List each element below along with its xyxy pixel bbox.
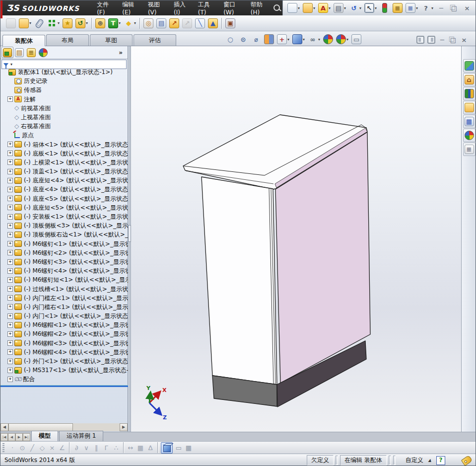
expand-icon[interactable]: + [7,377,13,382]
instant-3d-icon[interactable]: ▣ [224,16,237,30]
tree-item[interactable]: +(-) M6螺帽<2> (默认<<默认>_显示状态 1>) [0,329,128,338]
tree-item[interactable]: +(-) 内门槛右<1> (默认<<默认>_显示状态 1>) [0,303,128,311]
tree-item[interactable]: +(-) 底座<5> (默认<<默认>_显示状态 1>) [0,194,128,203]
magnified-selection-icon[interactable]: ⌀ [250,32,263,46]
command-tab[interactable]: 装配体 [2,35,45,46]
tree-item[interactable]: +(-) 顶板侧板右边<1> (默认<<默认>_显示状态 1>) [0,230,128,239]
help-icon[interactable]: ?▾ [419,1,435,15]
restore-icon[interactable]: □ [448,1,461,15]
insert-components-icon[interactable]: ▾ [17,16,33,30]
tree-item[interactable]: +(-) 底座短<4> (默认<<默认>_显示状态 1>) [0,176,128,185]
shaded-with-edges-icon[interactable] [161,442,173,454]
tree-item[interactable]: +注解 [0,95,128,104]
expand-icon[interactable]: + [7,205,13,210]
command-tab[interactable]: 草图 [90,34,133,46]
tree-item[interactable]: +(-) 内门槛左<1> (默认<<默认>_显示状态 1>) [0,294,128,303]
solidworks-resources-icon[interactable]: ⌂ [463,73,476,86]
expand-icon[interactable]: + [7,223,13,229]
custom-properties-icon[interactable]: ≡ [463,143,476,156]
expand-icon[interactable]: + [7,359,13,364]
tree-item[interactable]: +◇前视基准面 [0,104,128,113]
tree-item[interactable]: +装配体1 (默认<默认_显示状态-1>) [0,68,128,77]
quick-tips-icon[interactable]: ? [436,456,445,465]
scrollbar-thumb[interactable] [8,423,73,431]
bill-of-materials-icon[interactable]: ▤ [155,16,168,30]
tree-item[interactable]: +(-) 过线槽<1> (默认<<默认>_显示状态 1>) [0,285,128,294]
tree-item[interactable]: +(-) 内门<1> (默认<<默认>_显示状态 1>) [0,311,128,320]
tab-next-icon[interactable]: ▶ [15,433,23,441]
tree-item[interactable]: +(-) 上横梁<1> (默认<<默认>_显示状态 1>) [0,158,128,167]
smart-fasteners-icon[interactable]: ★ [61,16,74,30]
display-manager-tab-icon[interactable] [37,47,49,58]
expand-icon[interactable]: + [7,331,13,337]
replace-components-icon[interactable]: ⊕ [94,16,107,30]
zoom-to-area-icon[interactable]: ⊙ [237,32,250,46]
print-icon[interactable]: ▤▾ [332,1,347,15]
interference-detection-icon[interactable]: ╲ [194,16,206,30]
cabinet-front-face[interactable] [202,177,277,385]
tree-horizontal-scrollbar[interactable]: ◀ ▶ [0,423,128,431]
scrollbar-track[interactable] [73,423,120,431]
design-library-icon[interactable] [463,87,476,100]
view-palette-icon[interactable]: ▦ [463,115,476,128]
tree-item[interactable]: +(-) 顶板侧板<3> (默认<<默认>_显示状态 1>) [0,221,128,230]
edit-color-icon[interactable]: ≡ [391,1,404,15]
expand-icon[interactable]: + [7,322,13,328]
filter-dropdown-icon[interactable]: ▾ [10,62,12,67]
tree-item[interactable]: +(-) 顶盖<1> (默认<<默认>_显示状态 1>) [0,167,128,176]
tree-item[interactable]: +(-) M6螺钉<2> (默认<<默认>_显示状态 1>) [0,248,128,257]
new-motion-study-icon[interactable]: ◎ [142,16,155,30]
feature-manager-tab-icon[interactable] [1,47,13,58]
scroll-right-icon[interactable]: ▶ [120,423,128,431]
file-explorer-icon[interactable] [463,101,476,114]
tree-item[interactable]: +(-) 安装板<1> (默认<<默认>_显示状态 1>) [0,212,128,221]
expand-icon[interactable]: + [7,159,13,165]
expand-icon[interactable]: + [7,178,13,183]
configuration-manager-tab-icon[interactable]: ≡ [25,47,37,58]
doc-restore-icon[interactable]: □ [448,33,459,47]
tree-item[interactable]: +原点 [0,131,128,140]
toolbar-grip[interactable] [2,443,4,452]
edit-appearance-icon[interactable] [322,32,335,46]
tree-item[interactable]: +(-) 底座<4> (默认<<默认>_显示状态 1>) [0,185,128,194]
open-icon[interactable]: ▾ [301,1,317,15]
expand-icon[interactable]: + [7,187,13,192]
tab-first-icon[interactable]: |◀ [0,433,8,441]
tree-item[interactable]: +历史记录 [0,77,128,85]
cabinet-model[interactable]: X Y Z [131,46,461,432]
expand-icon[interactable]: + [7,340,13,346]
tree-item[interactable]: +(-) 底座短<5> (默认<<默认>_显示状态 1>) [0,203,128,212]
tab-prev-icon[interactable]: ◀ [8,433,15,441]
expand-icon[interactable]: + [7,349,13,355]
edrawings-publish-icon[interactable]: A▾ [317,1,332,15]
new-document-icon[interactable]: ▾ [286,1,301,15]
traffic-light-icon[interactable] [378,1,391,15]
move-component-icon[interactable]: ↺▾ [74,16,89,30]
split-view-left-icon[interactable] [415,33,426,47]
expand-icon[interactable]: + [7,151,13,156]
exploded-view-icon[interactable]: ↗ [168,16,181,30]
section-view-icon[interactable] [263,32,275,46]
view-layout-icon[interactable]: ▦ [184,444,194,452]
custom-up-arrow-icon[interactable]: ▲ [428,458,431,463]
tree-item[interactable]: +(-) M6螺钉<3> (默认<<默认>_显示状态 1>) [0,257,128,266]
expand-icon[interactable]: + [7,268,13,274]
tree-item[interactable]: +(-) MS317<1> (默认<默认_显示状态-1>) [0,366,128,375]
tree-item[interactable]: +(-) M6螺钉<4> (默认<<默认>_显示状态 1>) [0,266,128,275]
appearances-scenes-icon[interactable] [463,129,476,142]
view-layout-icon[interactable]: ▭ [174,444,184,452]
zoom-to-fit-icon[interactable]: ○ [224,32,237,46]
panel-overflow-chevron[interactable]: » [119,49,123,56]
tree-item[interactable]: +(-) M6螺帽<1> (默认<<默认>_显示状态 1>) [0,320,128,329]
reference-geometry-icon[interactable]: ◆▾ [122,16,137,30]
split-view-right-icon[interactable] [426,33,437,47]
tab-last-icon[interactable]: ▶| [23,433,30,441]
tree-item[interactable]: +(-) 外门<1> (默认<<默认>_显示状态 1>) [0,357,128,366]
document-tab[interactable]: 模型 [31,431,58,441]
search-icon[interactable] [272,3,279,13]
undo-icon[interactable]: ↺▾ [347,1,363,15]
tree-item[interactable]: +(-) M6螺钉短<1> (默认<<默认>_显示状态 1>) [0,275,128,284]
linear-component-pattern-icon[interactable]: ▾ [46,16,61,30]
expand-icon[interactable]: + [7,368,13,373]
expand-icon[interactable]: + [7,241,13,246]
